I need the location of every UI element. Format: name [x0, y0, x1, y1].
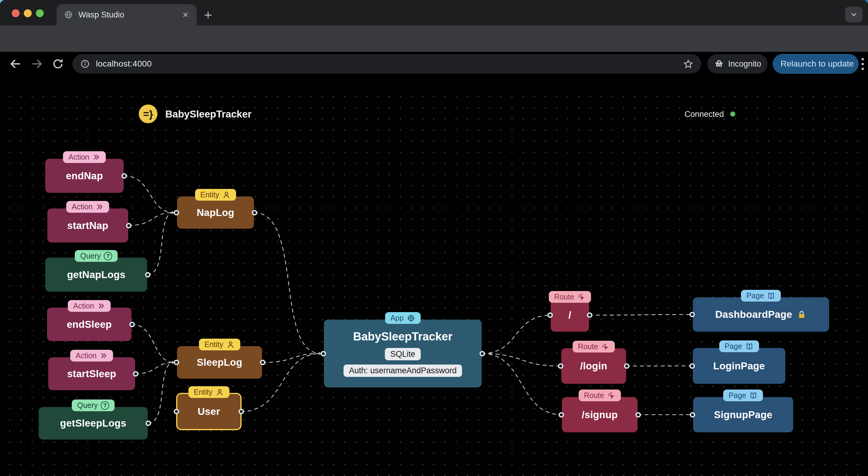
status-dot	[730, 111, 735, 116]
action-badge: Action	[68, 300, 111, 312]
wasp-logo: =}	[139, 105, 157, 123]
node-getSleepLogs[interactable]: Query?getSleepLogs	[39, 407, 148, 440]
action-badge: Action	[66, 201, 109, 213]
url-text[interactable]: localhost:4000	[96, 59, 677, 69]
handle-right[interactable]	[479, 351, 485, 356]
question-circle-icon: ?	[101, 401, 109, 410]
close-window-button[interactable]	[12, 9, 20, 17]
minimize-window-button[interactable]	[24, 9, 32, 17]
badge-label: Route	[554, 293, 574, 301]
handle-left[interactable]	[174, 409, 179, 414]
node-label: startSleep	[67, 368, 116, 380]
cursor-click-icon	[607, 392, 616, 400]
handle-right[interactable]	[624, 363, 629, 369]
node-SignupPage[interactable]: PageSignupPage	[693, 397, 793, 432]
node-startNap[interactable]: ActionstartNap	[48, 208, 128, 242]
handle-left[interactable]	[174, 210, 179, 215]
edge-App-route-root	[482, 315, 551, 354]
edge-App-route-signup	[482, 354, 562, 415]
badge-label: Action	[76, 351, 96, 360]
handle-left[interactable]	[689, 312, 695, 317]
node-route-signup[interactable]: Route/signup	[562, 397, 638, 432]
handle-left[interactable]	[559, 412, 564, 417]
tab-search-button[interactable]	[845, 7, 863, 22]
route-badge: Route	[549, 291, 591, 303]
node-endNap[interactable]: ActionendNap	[45, 159, 124, 193]
badge-label: Entity	[205, 340, 223, 349]
node-DashboardPage[interactable]: PageDashboardPage	[693, 297, 829, 332]
edge-getSleepLogs-SleepLog	[148, 363, 174, 423]
new-tab-button[interactable]	[202, 8, 215, 22]
incognito-label: Incognito	[728, 59, 761, 69]
page-badge: Page	[719, 340, 759, 352]
action-badge: Action	[70, 350, 113, 362]
browser-tab[interactable]: Wasp Studio	[57, 4, 197, 25]
node-getNapLogs[interactable]: Query?getNapLogs	[45, 258, 147, 292]
close-tab-icon[interactable]	[182, 11, 189, 19]
connection-status: Connected	[684, 110, 724, 119]
handle-right[interactable]	[239, 409, 244, 414]
edge-NapLog-App	[254, 213, 321, 354]
node-route-root[interactable]: Route/	[551, 299, 589, 332]
tab-strip: Wasp Studio	[0, 0, 868, 25]
handle-left[interactable]	[690, 412, 695, 417]
node-startSleep[interactable]: ActionstartSleep	[48, 357, 135, 390]
handle-left[interactable]	[320, 351, 326, 356]
cursor-click-icon	[601, 343, 610, 351]
incognito-badge: Incognito	[707, 54, 768, 73]
incognito-icon	[714, 59, 724, 69]
reload-icon[interactable]	[51, 57, 65, 71]
badge-label: Query	[77, 401, 98, 410]
handle-right[interactable]	[587, 312, 592, 318]
handle-right[interactable]	[146, 420, 151, 426]
forward-icon[interactable]	[30, 57, 44, 71]
handle-right[interactable]	[260, 360, 266, 365]
handle-right[interactable]	[252, 210, 257, 215]
person-icon	[226, 340, 235, 349]
globe-icon	[64, 10, 73, 19]
handle-right[interactable]	[126, 223, 131, 228]
handle-right[interactable]	[133, 371, 138, 377]
badge-label: Entity	[194, 388, 213, 397]
node-NapLog[interactable]: EntityNapLog	[177, 196, 254, 229]
badge-label: Page	[724, 342, 742, 351]
chip-icon	[407, 314, 415, 322]
edge-startNap-NapLog	[128, 213, 174, 226]
site-info-icon[interactable]	[80, 59, 90, 69]
handle-left[interactable]	[548, 312, 553, 318]
chevrons-right-icon	[97, 302, 105, 310]
handle-right[interactable]	[129, 322, 135, 327]
address-bar[interactable]: localhost:4000	[72, 54, 701, 73]
menu-kebab-icon[interactable]	[858, 56, 867, 72]
relaunch-button[interactable]: Relaunch to update	[773, 54, 859, 74]
edge-route-root-DashboardPage	[589, 314, 693, 315]
node-label: LoginPage	[713, 360, 765, 372]
handle-left[interactable]	[174, 360, 179, 365]
badge-label: Entity	[200, 191, 219, 199]
handle-left[interactable]	[558, 363, 563, 369]
node-label: DashboardPage	[715, 309, 806, 320]
node-App[interactable]: AppBabySleepTrackerSQLiteAuth: usernameA…	[324, 320, 482, 387]
lock-icon	[797, 309, 807, 320]
chevrons-right-icon	[92, 153, 100, 161]
node-label: /	[568, 309, 571, 321]
node-route-login[interactable]: Route/login	[561, 348, 626, 384]
person-icon	[216, 388, 224, 397]
browser-window: ActionendNapActionstartNapQuery?getNapLo…	[0, 0, 868, 476]
handle-right[interactable]	[145, 272, 151, 277]
handle-right[interactable]	[636, 412, 641, 417]
auth-pill: Auth: usernameAndPassword	[343, 365, 462, 377]
node-SleepLog[interactable]: EntitySleepLog	[177, 346, 262, 379]
handle-left[interactable]	[689, 363, 695, 369]
zoom-window-button[interactable]	[36, 9, 44, 17]
node-endSleep[interactable]: ActionendSleep	[47, 308, 131, 341]
handle-right[interactable]	[122, 173, 127, 179]
node-LoginPage[interactable]: PageLoginPage	[693, 348, 785, 384]
edge-endSleep-SleepLog	[131, 325, 174, 363]
bookmark-star-icon[interactable]	[683, 59, 693, 69]
node-User[interactable]: EntityUser	[177, 394, 241, 429]
book-icon	[767, 292, 775, 300]
node-label: NapLog	[197, 207, 234, 218]
back-icon[interactable]	[8, 57, 23, 71]
chevrons-right-icon	[96, 203, 104, 211]
